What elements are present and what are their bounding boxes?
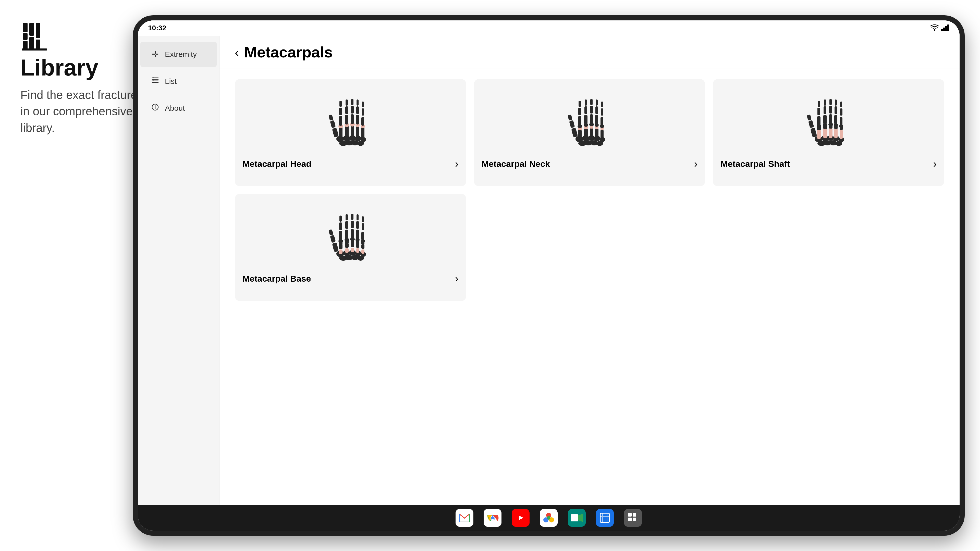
svg-rect-48 <box>351 106 354 114</box>
svg-rect-86 <box>595 115 598 124</box>
list-icon <box>151 76 160 86</box>
svg-rect-83 <box>578 116 581 126</box>
tablet-screen: 10:32 <box>138 21 959 530</box>
svg-rect-84 <box>584 115 587 124</box>
svg-rect-209 <box>628 518 632 521</box>
svg-rect-99 <box>569 120 575 128</box>
chevron-right-icon-shaft: › <box>933 158 937 170</box>
status-bar: 10:32 <box>138 21 959 36</box>
taskbar-youtube[interactable] <box>512 509 530 527</box>
svg-rect-45 <box>361 117 364 126</box>
svg-rect-9 <box>943 27 945 31</box>
svg-text:i: i <box>154 105 156 110</box>
svg-rect-132 <box>829 106 832 114</box>
svg-rect-52 <box>345 100 348 106</box>
svg-rect-140 <box>810 127 817 137</box>
card-title-neck: Metacarpal Neck <box>482 158 550 169</box>
svg-rect-100 <box>568 114 573 121</box>
svg-rect-51 <box>339 101 342 107</box>
svg-rect-47 <box>345 106 348 114</box>
svg-rect-134 <box>840 108 842 116</box>
taskbar-photos[interactable] <box>540 509 558 527</box>
svg-rect-206 <box>600 513 609 522</box>
wifi-icon <box>930 24 939 32</box>
svg-rect-137 <box>829 99 832 105</box>
svg-rect-169 <box>351 248 354 252</box>
svg-rect-10 <box>945 26 947 31</box>
card-metacarpal-shaft[interactable]: Metacarpal Shaft › <box>713 79 944 186</box>
card-title-base: Metacarpal Base <box>242 273 311 284</box>
svg-point-203 <box>547 516 550 519</box>
svg-rect-90 <box>590 106 593 114</box>
sidebar-item-extremity[interactable]: ✛ Extremity <box>140 42 217 67</box>
svg-rect-89 <box>584 106 587 114</box>
page-title: Metacarpals <box>244 43 333 61</box>
svg-rect-183 <box>345 214 348 221</box>
svg-rect-135 <box>818 101 820 107</box>
signal-icon <box>941 24 950 32</box>
svg-rect-172 <box>339 231 342 241</box>
about-icon: i <box>151 103 160 113</box>
svg-rect-112 <box>829 128 832 138</box>
logo-icon <box>21 21 51 51</box>
svg-rect-168 <box>345 248 348 253</box>
svg-rect-96 <box>596 100 598 106</box>
svg-rect-58 <box>328 114 333 121</box>
svg-rect-87 <box>600 117 603 126</box>
svg-rect-138 <box>835 100 837 106</box>
app-area: ✛ Extremity <box>138 36 959 505</box>
svg-rect-57 <box>330 120 336 128</box>
svg-rect-70 <box>590 128 593 138</box>
svg-rect-136 <box>824 100 826 106</box>
taskbar-meet[interactable] <box>568 509 586 527</box>
svg-rect-98 <box>571 127 578 137</box>
svg-rect-6 <box>36 23 40 38</box>
svg-rect-49 <box>356 106 359 114</box>
taskbar <box>138 505 959 530</box>
svg-rect-94 <box>585 100 587 106</box>
back-button[interactable]: ‹ <box>235 45 239 60</box>
svg-rect-187 <box>332 242 339 252</box>
svg-rect-71 <box>595 128 598 138</box>
svg-rect-180 <box>356 221 359 229</box>
svg-rect-11 <box>947 24 949 31</box>
sidebar-item-about[interactable]: i About <box>140 96 217 121</box>
sidebar-about-label: About <box>165 104 185 113</box>
svg-rect-88 <box>578 108 581 115</box>
svg-rect-56 <box>332 127 339 137</box>
svg-rect-141 <box>808 120 814 128</box>
card-metacarpal-head[interactable]: Metacarpal Head › <box>235 79 466 186</box>
card-metacarpal-neck[interactable]: Metacarpal Neck › <box>474 79 705 186</box>
sidebar-list-label: List <box>165 77 177 86</box>
cards-grid: Metacarpal Head › <box>220 69 959 505</box>
extremity-icon: ✛ <box>151 49 160 59</box>
svg-rect-44 <box>356 115 359 124</box>
svg-rect-188 <box>330 235 336 243</box>
svg-rect-7 <box>22 48 47 51</box>
svg-rect-207 <box>628 513 632 516</box>
svg-rect-127 <box>829 114 832 124</box>
svg-rect-133 <box>835 106 837 114</box>
svg-rect-114 <box>840 130 843 139</box>
card-metacarpal-base[interactable]: Metacarpal Base › <box>235 194 466 301</box>
svg-rect-176 <box>361 232 364 241</box>
taskbar-box[interactable] <box>596 509 614 527</box>
sidebar-extremity-label: Extremity <box>165 50 197 59</box>
status-time: 10:32 <box>148 24 166 32</box>
taskbar-apps[interactable] <box>624 509 642 527</box>
svg-rect-43 <box>351 114 354 124</box>
svg-rect-41 <box>339 116 342 126</box>
card-image-head <box>242 87 458 153</box>
card-image-base <box>242 202 458 268</box>
svg-rect-173 <box>345 230 348 239</box>
svg-rect-182 <box>339 216 342 222</box>
svg-rect-179 <box>351 221 354 228</box>
svg-rect-4 <box>29 23 34 36</box>
chevron-right-icon-base: › <box>455 273 458 284</box>
taskbar-gmail[interactable] <box>455 509 473 527</box>
taskbar-chrome[interactable] <box>484 509 501 527</box>
svg-rect-0 <box>23 41 27 50</box>
svg-point-109 <box>835 141 842 146</box>
svg-rect-53 <box>351 99 353 105</box>
sidebar-item-list[interactable]: List <box>140 69 217 94</box>
